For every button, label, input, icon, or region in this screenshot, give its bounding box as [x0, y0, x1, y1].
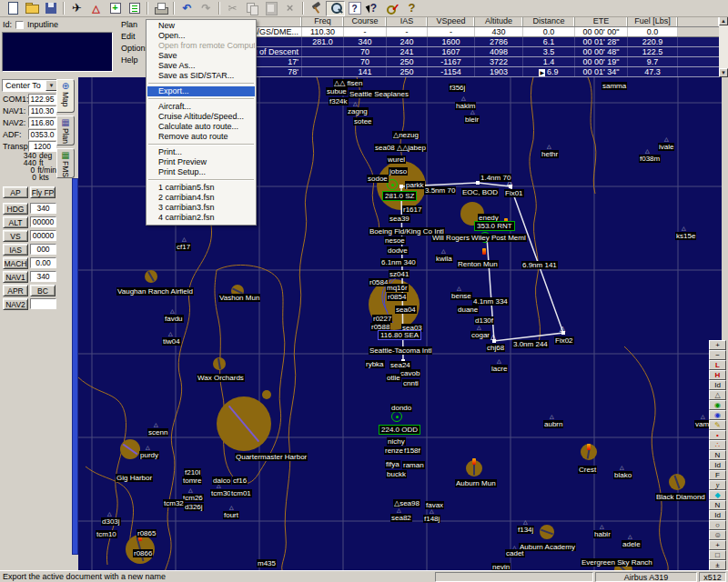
map-waypoint-label[interactable]: dalco — [212, 477, 231, 485]
column-header-altitude[interactable]: Altitude — [475, 16, 523, 26]
map-waypoint-label[interactable]: wurel — [387, 156, 406, 164]
map-waypoint-label[interactable]: d130f — [474, 316, 494, 325]
open-file-button[interactable] — [22, 1, 41, 16]
menubar-options[interactable]: Options — [116, 43, 147, 55]
map-waypoint-label[interactable]: △△ fisen — [333, 79, 363, 87]
map-waypoint-label[interactable]: tcm32 — [163, 499, 185, 507]
ap-button-ias[interactable]: IAS — [3, 244, 28, 256]
map-waypoint-label[interactable]: renze — [384, 447, 404, 455]
map-tool-labels-h-button[interactable]: H — [709, 370, 726, 380]
map-tool-toggle-draw-button[interactable]: ✎ — [709, 420, 726, 430]
map-scrollbar[interactable] — [72, 178, 78, 555]
map-waypoint-label[interactable]: nichy — [387, 437, 406, 446]
map-waypoint-label[interactable]: f210l — [184, 468, 201, 477]
menu-item-new[interactable]: New — [147, 21, 255, 31]
radio-field-nav2[interactable]: 116.80 — [28, 117, 56, 128]
map-airport-label[interactable]: Auburn Academy — [519, 543, 576, 551]
menu-item-export[interactable]: Export... — [147, 86, 255, 96]
ap-button-vs[interactable]: VS — [3, 230, 28, 242]
menu-item-calculate-auto-route[interactable]: Calculate auto route... — [147, 122, 255, 132]
tab-map[interactable]: ⊕Map — [56, 79, 75, 113]
column-header-ete[interactable]: ETE — [575, 16, 628, 26]
map-waypoint-label[interactable]: aubrn — [543, 420, 563, 428]
map-waypoint-label[interactable]: hakim — [455, 102, 476, 110]
menu-item-print[interactable]: Print... — [147, 147, 255, 157]
tab-plan[interactable]: ▦Plan — [56, 115, 75, 146]
map-waypoint-label[interactable]: bense — [450, 292, 472, 300]
map-waypoint-label[interactable]: sz041 — [389, 270, 410, 278]
flightplan-scrollbar[interactable] — [719, 16, 728, 77]
map-airport-label[interactable]: Gig Harbor — [116, 474, 153, 482]
map-waypoint-label[interactable]: samma — [602, 82, 627, 90]
map-waypoint-label[interactable]: sodoe — [367, 175, 389, 183]
menubar-plan[interactable]: Plan — [116, 19, 147, 31]
map-tool-toggle-dots-button[interactable]: ∴ — [709, 440, 726, 450]
map-waypoint-label[interactable]: cadet — [505, 549, 525, 557]
ap-button-apr[interactable]: APR — [3, 285, 28, 296]
menu-item-3-carribian3-fsn[interactable]: 3 carribian3.fsn — [147, 203, 255, 213]
map-waypoint-label[interactable]: sea39 — [389, 215, 410, 223]
map-tool-toggle-id-2-button[interactable]: Id — [709, 460, 726, 470]
map-tool-toggle-id-3-button[interactable]: Id — [709, 510, 726, 520]
map-waypoint-label[interactable]: scenn — [147, 428, 168, 436]
context-help-button[interactable] — [364, 1, 383, 16]
map-airport-label[interactable]: Auburn Mun — [455, 479, 497, 487]
map-waypoint-label[interactable]: f038m — [639, 155, 661, 163]
scroll-down-icon[interactable] — [719, 68, 728, 77]
map-waypoint-label[interactable]: lacre — [490, 365, 508, 373]
zoom-tool-button[interactable] — [326, 1, 345, 16]
map-airport-label[interactable]: Evergreen Sky Ranch — [581, 558, 653, 567]
map-leg-label[interactable]: 3.0nm 244 — [512, 340, 549, 348]
map-tool-toggle-f-button[interactable]: F — [709, 470, 726, 480]
menu-item-4-carribian2-fsn[interactable]: 4 carribian2.fsn — [147, 213, 255, 223]
map-tool-toggle-circle-button[interactable]: ○ — [709, 520, 726, 530]
menu-item-print-setup[interactable]: Print Setup... — [147, 167, 255, 177]
menu-item-save-as[interactable]: Save As... — [147, 61, 255, 71]
ap-field-ias[interactable]: 000 — [30, 244, 56, 255]
map-tool-toggle-n-2-button[interactable]: N — [709, 500, 726, 510]
map-airport-label[interactable]: Will Rogers Wiley Post Meml — [431, 234, 527, 242]
map-airport-label[interactable]: Seattle-Tacoma Intl — [369, 346, 432, 355]
map-waypoint-label[interactable]: r0227 — [372, 315, 392, 323]
map-leg-label[interactable]: EOC, BOD — [461, 188, 499, 196]
map-airport-label[interactable]: Vashon Mun — [218, 294, 260, 302]
map-airport-label[interactable]: Wax Orchards — [197, 374, 245, 382]
new-file-button[interactable] — [3, 1, 22, 16]
map-waypoint-label[interactable]: r0854 — [387, 293, 407, 301]
map-waypoint-label[interactable]: blako — [613, 471, 632, 479]
map-tool-toggle-n-1-button[interactable]: N — [709, 450, 726, 460]
map-navaid-label[interactable]: 353.0 RNT — [474, 221, 515, 231]
print-button[interactable] — [151, 1, 170, 16]
map-tool-toggle-plus-button[interactable]: + — [709, 540, 726, 550]
map-waypoint-label[interactable]: adele — [622, 540, 642, 548]
ap-button-alt[interactable]: ALT — [3, 216, 28, 228]
map-waypoint-label[interactable]: raman — [402, 461, 425, 469]
map-waypoint-label[interactable]: nesoe — [384, 236, 406, 245]
scroll-track[interactable] — [719, 25, 728, 68]
map-waypoint-label[interactable]: f134j — [517, 526, 534, 534]
map-waypoint-label[interactable]: bleir — [464, 115, 480, 124]
tab-fms[interactable]: ▦FMS — [56, 148, 75, 178]
fix-triangle-icon[interactable]: △ — [560, 326, 565, 333]
map-leg-label[interactable]: 6.1nm 340 — [380, 258, 417, 266]
ap-field-vs[interactable]: 00000 — [30, 230, 56, 241]
map-waypoint-label[interactable]: ks15e — [675, 232, 696, 240]
column-header-freq[interactable]: Freq — [302, 16, 344, 26]
menubar-edit[interactable]: Edit — [116, 31, 147, 43]
map-leg-label[interactable]: 1.4nm 70 — [480, 174, 511, 182]
map-waypoint-label[interactable]: fourt — [223, 511, 239, 519]
map-airport-label[interactable]: Crest — [578, 466, 597, 474]
map-waypoint-label[interactable]: otlie — [386, 374, 401, 382]
map-navaid-label[interactable]: 224.0 ODD — [379, 425, 420, 435]
map-leg-label[interactable]: Fix01 — [504, 189, 524, 197]
ap-field-mach[interactable]: 0.00 — [30, 257, 56, 268]
map-waypoint-label[interactable]: purdy — [139, 451, 159, 459]
map-waypoint-label[interactable]: d326j — [184, 503, 204, 511]
map-waypoint-label[interactable]: subue — [326, 87, 348, 95]
undo-button[interactable] — [177, 1, 197, 16]
map-leg-label[interactable]: 6.9nm 141 — [521, 261, 558, 269]
column-header-vspeed[interactable]: VSpeed — [428, 16, 475, 26]
menu-item-remove-auto-route[interactable]: Remove auto route — [147, 132, 255, 142]
map-airport-label[interactable]: Renton Mun — [457, 260, 499, 268]
map-waypoint-label[interactable]: sea82 — [390, 514, 412, 522]
